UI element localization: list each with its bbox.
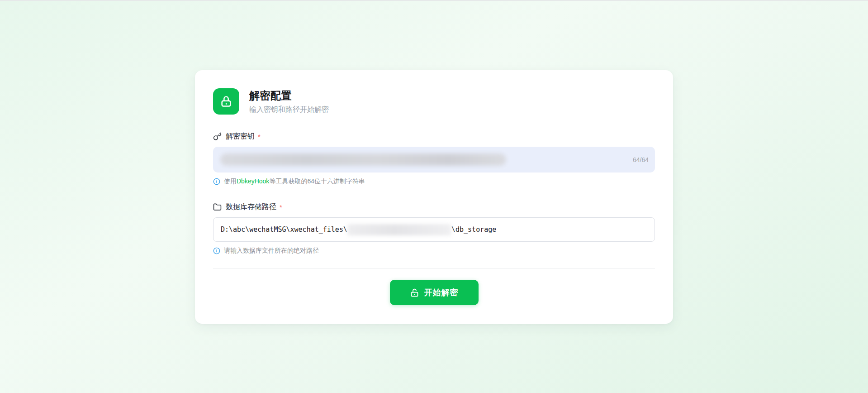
path-value-prefix: D:\abc\wechatMSG\xwechat_files\ — [221, 225, 347, 234]
required-asterisk: * — [258, 133, 261, 140]
key-hint-prefix: 使用 — [224, 177, 237, 185]
card-header: 解密配置 输入密钥和路径开始解密 — [213, 88, 655, 115]
start-decrypt-button[interactable]: 开始解密 — [390, 280, 479, 305]
header-text: 解密配置 输入密钥和路径开始解密 — [249, 89, 329, 115]
path-value-suffix: \db_storage — [451, 225, 496, 234]
key-field-label: 解密密钥 * — [213, 132, 655, 141]
path-field-group: 数据库存储路径 * D:\abc\wechatMSG\xwechat_files… — [213, 202, 655, 255]
divider — [213, 268, 655, 269]
key-icon — [213, 132, 222, 141]
key-char-counter: 64/64 — [633, 156, 649, 163]
key-hint: 使用DbkeyHook等工具获取的64位十六进制字符串 — [213, 177, 655, 186]
required-asterisk: * — [280, 203, 282, 211]
redacted-key-value — [220, 153, 506, 166]
path-hint: 请输入数据库文件所在的绝对路径 — [213, 247, 655, 255]
window-top-edge — [0, 0, 868, 1]
path-hint-text: 请输入数据库文件所在的绝对路径 — [224, 247, 319, 255]
key-field-group: 解密密钥 * 64/64 使用DbkeyHook等工具获取的64位十六进制字符串 — [213, 132, 655, 186]
key-hint-text: 使用DbkeyHook等工具获取的64位十六进制字符串 — [224, 177, 365, 186]
redacted-path-segment — [348, 224, 451, 235]
unlock-icon — [410, 288, 419, 297]
decrypt-config-card: 解密配置 输入密钥和路径开始解密 解密密钥 * 64/64 使用DbkeyHoo… — [195, 70, 673, 324]
key-hint-suffix: 等工具获取的64位十六进制字符串 — [269, 177, 365, 185]
path-field-label: 数据库存储路径 * — [213, 202, 655, 212]
info-icon — [213, 247, 220, 254]
page-title: 解密配置 — [249, 89, 329, 103]
path-field-label-text: 数据库存储路径 — [226, 202, 276, 212]
decrypt-key-input[interactable]: 64/64 — [213, 147, 655, 173]
lock-icon — [220, 95, 232, 108]
dbkeyhook-link[interactable]: DbkeyHook — [237, 177, 269, 185]
page-subtitle: 输入密钥和路径开始解密 — [249, 105, 329, 115]
start-decrypt-label: 开始解密 — [424, 287, 459, 298]
db-path-input[interactable]: D:\abc\wechatMSG\xwechat_files\\db_stora… — [213, 217, 655, 242]
button-row: 开始解密 — [213, 280, 655, 305]
info-icon — [213, 178, 220, 185]
lock-icon-badge — [213, 88, 239, 115]
key-field-label-text: 解密密钥 — [226, 132, 255, 141]
folder-icon — [213, 203, 222, 211]
